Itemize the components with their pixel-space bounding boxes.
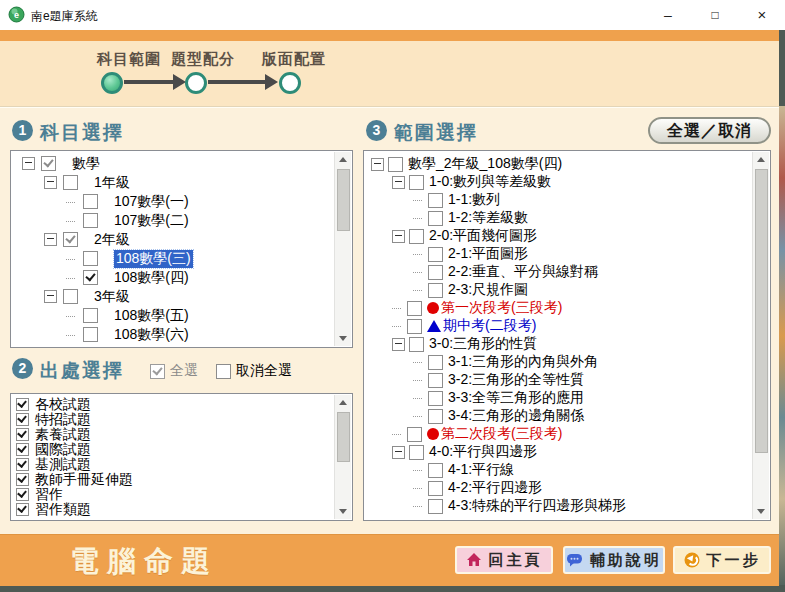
tree-row[interactable]: 1-1:數列 [365,191,753,209]
expand-toggle-icon[interactable] [392,446,405,459]
checkbox[interactable] [41,156,56,171]
checkbox[interactable] [16,398,29,411]
tree-row[interactable]: 2年級 [12,230,335,249]
list-item[interactable]: 習作 [12,487,335,502]
scroll-down-arrow[interactable] [753,504,768,519]
tree-row[interactable]: 歷屆試題 [12,344,335,346]
checkbox[interactable] [407,319,422,334]
checkbox[interactable] [428,193,443,208]
checkbox[interactable] [83,194,98,209]
tree-row[interactable]: 4-0:平行與四邊形 [365,443,753,461]
tree-row[interactable]: 1-2:等差級數 [365,209,753,227]
help-button[interactable]: 輔助說明 [563,546,665,574]
checkbox[interactable] [216,364,231,379]
tree-row[interactable]: 2-3:尺規作圖 [365,281,753,299]
checkbox[interactable] [428,391,443,406]
tree-row[interactable]: 108數學(六) [12,325,335,344]
expand-toggle-icon[interactable] [392,176,405,189]
checkbox[interactable] [428,499,443,514]
checkbox[interactable] [16,428,29,441]
tree-row[interactable]: 4-2:平行四邊形 [365,479,753,497]
tree-row[interactable]: 2-1:平面圖形 [365,245,753,263]
checkbox[interactable] [63,175,78,190]
expand-toggle-icon[interactable] [44,290,57,303]
checkbox[interactable] [150,364,165,379]
tree-row[interactable]: 3年級 [12,287,335,306]
checkbox[interactable] [83,251,98,266]
checkbox[interactable] [428,211,443,226]
tree-row[interactable]: 2-0:平面幾何圖形 [365,227,753,245]
checkbox[interactable] [428,373,443,388]
checkbox[interactable] [428,265,443,280]
checkbox[interactable] [63,289,78,304]
tree-row[interactable]: 數學_2年級_108數學(四) [365,155,753,173]
checkbox[interactable] [428,247,443,262]
scroll-up-arrow[interactable] [335,395,350,410]
list-item[interactable]: 基測試題 [12,457,335,472]
list-item[interactable]: 國際試題 [12,442,335,457]
scroll-down-arrow[interactable] [335,504,350,519]
checkbox[interactable] [16,473,29,486]
tree-row[interactable]: 3-2:三角形的全等性質 [365,371,753,389]
tree-row[interactable]: 107數學(二) [12,211,335,230]
list-item[interactable]: 素養試題 [12,427,335,442]
checkbox[interactable] [83,270,98,285]
tree-row[interactable]: 3-4:三角形的邊角關係 [365,407,753,425]
next-step-button[interactable]: 下一步 [673,546,771,574]
tree-row[interactable]: 數學 [12,154,335,173]
tree-row[interactable]: 108數學(三) [12,249,335,268]
expand-toggle-icon[interactable] [371,158,384,171]
checkbox[interactable] [409,445,424,460]
expand-toggle-icon[interactable] [44,176,57,189]
checkbox[interactable] [407,427,422,442]
checkbox[interactable] [63,232,78,247]
expand-toggle-icon[interactable] [44,233,57,246]
minimize-button[interactable]: – [645,0,691,30]
checkbox[interactable] [16,488,29,501]
tree-row[interactable]: 3-0:三角形的性質 [365,335,753,353]
tree-row[interactable]: 1-0:數列與等差級數 [365,173,753,191]
list-item[interactable]: 特招試題 [12,412,335,427]
checkbox[interactable] [388,157,403,172]
tree-row[interactable]: 108數學(五) [12,306,335,325]
scroll-thumb[interactable] [337,412,350,462]
tree-row[interactable]: 期中考(二段考) [365,317,753,335]
checkbox[interactable] [16,458,29,471]
tree-row[interactable]: 1年級 [12,173,335,192]
checkbox[interactable] [16,503,29,516]
checkbox[interactable] [428,481,443,496]
tree-row[interactable]: 3-3:全等三角形的應用 [365,389,753,407]
select-all-toggle-button[interactable]: 全選／取消 [648,117,771,144]
checkbox[interactable] [409,337,424,352]
tree-row[interactable]: 108數學(四) [12,268,335,287]
select-all-checkbox[interactable]: 全選 [150,362,198,380]
checkbox[interactable] [83,213,98,228]
checkbox[interactable] [428,463,443,478]
tree-row[interactable]: 4-3:特殊的平行四邊形與梯形 [365,497,753,515]
checkbox[interactable] [83,327,98,342]
expand-toggle-icon[interactable] [22,157,35,170]
scroll-thumb[interactable] [755,169,768,453]
checkbox[interactable] [428,409,443,424]
scroll-thumb[interactable] [337,169,350,231]
source-list-scrollbar[interactable] [334,395,351,519]
checkbox[interactable] [428,283,443,298]
checkbox[interactable] [409,175,424,190]
checkbox[interactable] [409,229,424,244]
tree-row[interactable]: 第二次段考(三段考) [365,425,753,443]
list-item[interactable]: 教師手冊延伸題 [12,472,335,487]
tree-row[interactable]: 107數學(一) [12,192,335,211]
tree-row[interactable]: 第一次段考(三段考) [365,299,753,317]
expand-toggle-icon[interactable] [392,230,405,243]
range-tree-scrollbar[interactable] [752,152,769,519]
list-item[interactable]: 習作類題 [12,502,335,517]
checkbox[interactable] [16,413,29,426]
checkbox[interactable] [407,301,422,316]
tree-row[interactable]: 3-1:三角形的內角與外角 [365,353,753,371]
scroll-down-arrow[interactable] [335,331,350,346]
list-item[interactable]: 各校試題 [12,397,335,412]
maximize-button[interactable]: □ [692,0,738,30]
scroll-up-arrow[interactable] [335,152,350,167]
tree-row[interactable]: 4-1:平行線 [365,461,753,479]
tree-row[interactable]: 2-2:垂直、平分與線對稱 [365,263,753,281]
